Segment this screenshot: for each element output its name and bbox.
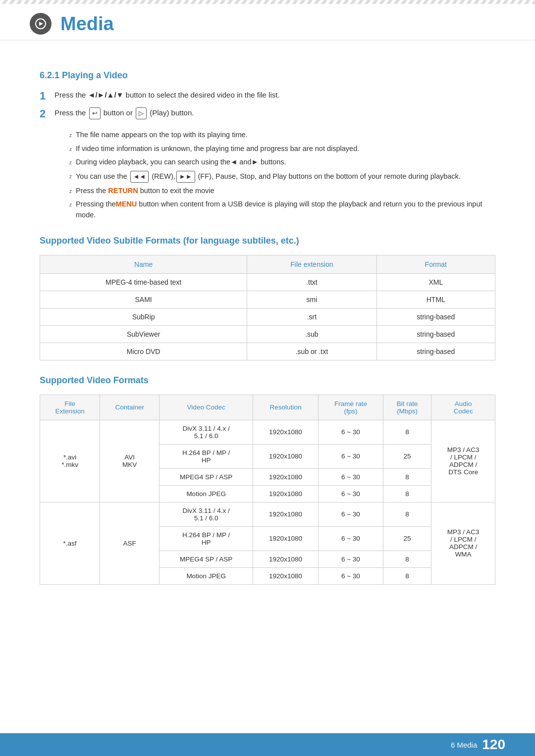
video-res-avi-3: 1920x1080 bbox=[253, 468, 319, 485]
subtitle-ext-2: smi bbox=[247, 291, 376, 308]
video-col-bitrate: Bit rate(Mbps) bbox=[383, 395, 431, 420]
video-bit-avi-4: 8 bbox=[383, 485, 431, 502]
video-formats-heading: Supported Video Formats bbox=[40, 375, 495, 386]
subtitle-format-5: string-based bbox=[376, 343, 495, 360]
subtitle-format-3: string-based bbox=[376, 308, 495, 325]
video-col-ext: FileExtension bbox=[40, 395, 100, 420]
bullet-4-text: You can use the ◄◄ (REW),►► (FF), Pause,… bbox=[76, 171, 461, 183]
step-2-num: 2 bbox=[40, 107, 54, 120]
subtitle-col-ext: File extension bbox=[247, 255, 376, 273]
rew-btn-symbol: ◄◄ bbox=[130, 171, 149, 183]
subtitle-name-1: MPEG-4 time-based text bbox=[40, 273, 247, 291]
play-btn-symbol: ▷ bbox=[136, 107, 147, 119]
video-fps-asf-2: 6 ~ 30 bbox=[319, 526, 383, 551]
subtitle-format-2: HTML bbox=[376, 291, 495, 308]
footer-page-num: 120 bbox=[482, 737, 505, 753]
video-codec-avi-4: Motion JPEG bbox=[160, 485, 253, 502]
video-codec-avi-2: H.264 BP / MP /HP bbox=[160, 444, 253, 468]
video-bit-asf-3: 8 bbox=[383, 551, 431, 567]
bullet-3-text: During video playback, you can search us… bbox=[76, 157, 286, 168]
video-table-header-row: FileExtension Container Video Codec Reso… bbox=[40, 395, 495, 420]
page-header: Media bbox=[0, 4, 535, 41]
media-icon bbox=[35, 18, 47, 30]
step-1-text: Press the ◄/►/▲/▼ button to select the d… bbox=[54, 90, 495, 101]
video-fps-avi-1: 6 ~ 30 bbox=[319, 420, 383, 444]
table-row: SubViewer .sub string-based bbox=[40, 325, 495, 343]
video-fps-asf-1: 6 ~ 30 bbox=[319, 502, 383, 526]
bullet-2-text: If video time information is unknown, th… bbox=[76, 144, 359, 154]
subtitle-col-format: Format bbox=[376, 255, 495, 273]
return-highlight: RETURN bbox=[108, 187, 138, 195]
video-col-container: Container bbox=[100, 395, 160, 420]
video-container-asf: ASF bbox=[100, 502, 160, 584]
subtitle-name-4: SubViewer bbox=[40, 325, 247, 343]
sub-bullets: The file name appears on the top with it… bbox=[69, 130, 495, 221]
subtitle-name-3: SubRip bbox=[40, 308, 247, 325]
video-fps-avi-2: 6 ~ 30 bbox=[319, 444, 383, 468]
video-res-asf-1: 1920x1080 bbox=[253, 502, 319, 526]
subtitle-ext-3: .srt bbox=[247, 308, 376, 325]
video-codec-avi-3: MPEG4 SP / ASP bbox=[160, 468, 253, 485]
video-codec-avi-1: DivX 3.11 / 4.x /5.1 / 6.0 bbox=[160, 420, 253, 444]
video-audio-avi: MP3 / AC3/ LPCM /ADPCM /DTS Core bbox=[431, 420, 495, 502]
top-stripe bbox=[0, 0, 535, 4]
subtitle-name-5: Micro DVD bbox=[40, 343, 247, 360]
video-ext-avi-mkv: *.avi*.mkv bbox=[40, 420, 100, 502]
video-col-framerate: Frame rate(fps) bbox=[319, 395, 383, 420]
bullet-5-text: Press the RETURN button to exit the movi… bbox=[76, 186, 214, 197]
bullet-3: During video playback, you can search us… bbox=[69, 157, 495, 168]
return-btn-symbol: ↩ bbox=[89, 107, 101, 119]
video-col-codec: Video Codec bbox=[160, 395, 253, 420]
bullet-1-text: The file name appears on the top with it… bbox=[76, 130, 248, 141]
video-bit-asf-1: 8 bbox=[383, 502, 431, 526]
step-2-text: Press the ↩ button or ▷ (Play) button. bbox=[54, 107, 495, 119]
subtitle-section-heading: Supported Video Subitle Formats (for lan… bbox=[40, 236, 495, 246]
section-621-heading: 6.2.1 Playing a Video bbox=[40, 70, 495, 81]
bullet-6-text: Pressing theMENU button when content fro… bbox=[76, 199, 495, 221]
video-codec-asf-1: DivX 3.11 / 4.x /5.1 / 6.0 bbox=[160, 502, 253, 526]
subtitle-table: Name File extension Format MPEG-4 time-b… bbox=[40, 255, 495, 360]
step-2: 2 Press the ↩ button or ▷ (Play) button. bbox=[40, 107, 495, 120]
table-row: MPEG-4 time-based text .ttxt XML bbox=[40, 273, 495, 291]
video-res-asf-3: 1920x1080 bbox=[253, 551, 319, 567]
video-res-asf-2: 1920x1080 bbox=[253, 526, 319, 551]
table-row: SubRip .srt string-based bbox=[40, 308, 495, 325]
table-row: SAMI smi HTML bbox=[40, 291, 495, 308]
bullet-2: If video time information is unknown, th… bbox=[69, 144, 495, 154]
subtitle-format-4: string-based bbox=[376, 325, 495, 343]
header-icon bbox=[30, 13, 52, 35]
video-res-asf-4: 1920x1080 bbox=[253, 567, 319, 584]
subtitle-ext-5: .sub or .txt bbox=[247, 343, 376, 360]
subtitle-ext-1: .ttxt bbox=[247, 273, 376, 291]
video-bit-avi-2: 25 bbox=[383, 444, 431, 468]
video-fps-avi-3: 6 ~ 30 bbox=[319, 468, 383, 485]
video-res-avi-4: 1920x1080 bbox=[253, 485, 319, 502]
video-res-avi-1: 1920x1080 bbox=[253, 420, 319, 444]
bullet-5: Press the RETURN button to exit the movi… bbox=[69, 186, 495, 197]
video-fps-asf-3: 6 ~ 30 bbox=[319, 551, 383, 567]
video-codec-asf-2: H.264 BP / MP /HP bbox=[160, 526, 253, 551]
subtitle-col-name: Name bbox=[40, 255, 247, 273]
subtitle-table-body: MPEG-4 time-based text .ttxt XML SAMI sm… bbox=[40, 273, 495, 360]
menu-highlight: MENU bbox=[116, 200, 137, 208]
bullet-6: Pressing theMENU button when content fro… bbox=[69, 199, 495, 221]
subtitle-format-1: XML bbox=[376, 273, 495, 291]
main-content: 6.2.1 Playing a Video 1 Press the ◄/►/▲/… bbox=[0, 41, 535, 614]
video-bit-asf-2: 25 bbox=[383, 526, 431, 551]
table-row: *.avi*.mkv AVIMKV DivX 3.11 / 4.x /5.1 /… bbox=[40, 420, 495, 444]
video-container-avi-mkv: AVIMKV bbox=[100, 420, 160, 502]
subtitle-ext-4: .sub bbox=[247, 325, 376, 343]
video-audio-asf: MP3 / AC3/ LPCM /ADPCM /WMA bbox=[431, 502, 495, 584]
bullet-1: The file name appears on the top with it… bbox=[69, 130, 495, 141]
video-col-audio: AudioCodec bbox=[431, 395, 495, 420]
subtitle-name-2: SAMI bbox=[40, 291, 247, 308]
table-row: Micro DVD .sub or .txt string-based bbox=[40, 343, 495, 360]
video-fps-asf-4: 6 ~ 30 bbox=[319, 567, 383, 584]
step-1: 1 Press the ◄/►/▲/▼ button to select the… bbox=[40, 90, 495, 102]
video-bit-asf-4: 8 bbox=[383, 567, 431, 584]
video-res-avi-2: 1920x1080 bbox=[253, 444, 319, 468]
bullet-4: You can use the ◄◄ (REW),►► (FF), Pause,… bbox=[69, 171, 495, 183]
video-codec-asf-3: MPEG4 SP / ASP bbox=[160, 551, 253, 567]
video-codec-asf-4: Motion JPEG bbox=[160, 567, 253, 584]
footer-label: 6 Media bbox=[451, 741, 477, 749]
